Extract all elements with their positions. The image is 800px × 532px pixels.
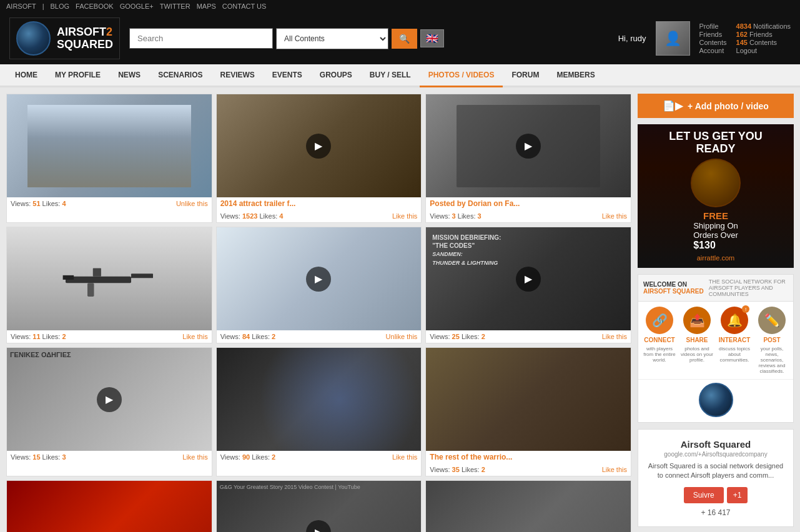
play-button[interactable]: ▶: [516, 267, 541, 292]
photo-thumbnail[interactable]: ▶: [217, 94, 422, 197]
topnav-contact[interactable]: CONTACT US: [222, 2, 267, 10]
play-button[interactable]: ▶: [516, 134, 541, 159]
list-item: KALASHNIKOVenergy drink Views: 65 Likes:…: [6, 480, 212, 532]
like-button[interactable]: Like this: [182, 453, 207, 461]
nav-buysell[interactable]: BUY / SELL: [361, 64, 420, 86]
connect-item-connect: 🔗 CONNECT with players from the entire w…: [643, 307, 677, 374]
friends-link[interactable]: Friends: [699, 31, 727, 38]
post-icon[interactable]: ✏️: [758, 307, 786, 334]
logo-text: AIRSOFT2: [57, 26, 113, 39]
account-link[interactable]: Account: [699, 47, 727, 54]
photo-thumbnail[interactable]: [217, 348, 422, 451]
header: AIRSOFT2 SQUARED All Contents Photos Vid…: [0, 12, 800, 64]
list-item: ▶ Posted by Dorian on Fa... Views: 3 Lik…: [425, 94, 631, 223]
user-area: Hi, rudy 👤 Profile 4834 Notifications Fr…: [618, 21, 791, 56]
play-button[interactable]: ▶: [306, 520, 331, 533]
connect-item-interact: 🔔! INTERACT discuss topics about communi…: [718, 307, 752, 374]
topnav-google[interactable]: GOOGLE+: [120, 2, 154, 10]
photo-thumbnail[interactable]: MISSION DEBRIEFING:"THE CODES"SANDMEN:TH…: [426, 227, 631, 330]
photo-thumbnail[interactable]: ▶: [217, 227, 422, 330]
nav-groups[interactable]: GROUPS: [311, 64, 361, 86]
profile-description: Airsoft Squared is a social network desi…: [648, 461, 784, 481]
nav-myprofile[interactable]: MY PROFILE: [46, 64, 109, 86]
like-button[interactable]: Like this: [602, 212, 627, 220]
unlike-button[interactable]: Unlike this: [176, 200, 208, 207]
photo-stats: Views: 25 Likes: 2 Like this: [426, 330, 631, 343]
interact-label: INTERACT: [719, 337, 751, 343]
add-photo-button[interactable]: 📄▶ + Add photo / video: [638, 94, 794, 118]
followers-count: + 16 417: [648, 508, 784, 517]
topnav-twitter[interactable]: TWITTER: [160, 2, 190, 10]
logout-link[interactable]: Logout: [736, 47, 791, 54]
topnav-airsoft[interactable]: AIRSOFT: [6, 2, 36, 10]
plusone-button[interactable]: +1: [727, 487, 748, 503]
list-item: G&G Your Greatest Story 2015 Video Conte…: [216, 480, 422, 532]
list-item: ▶ 2014 attract trailer f... Views: 1523 …: [216, 94, 422, 223]
photo-title: Posted by Dorian on Fa...: [426, 197, 631, 210]
user-greeting: Hi, rudy: [618, 34, 646, 43]
photo-grid: Views: 51 Likes: 4 Unlike this ▶ 2014 at…: [6, 94, 631, 532]
logo-globe: [16, 21, 51, 56]
nav-home[interactable]: HOME: [6, 64, 46, 86]
search-button[interactable]: 🔍: [392, 29, 417, 49]
content-wrapper: Views: 51 Likes: 4 Unlike this ▶ 2014 at…: [0, 87, 800, 532]
nav-reviews[interactable]: REVIEWS: [211, 64, 263, 86]
google-profile: Airsoft Squared google.com/+Airsoftsquar…: [638, 429, 794, 527]
friends2-link[interactable]: Friends: [749, 31, 773, 38]
photo-thumbnail[interactable]: SHOT SHOW: [426, 481, 631, 532]
photo-title: The rest of the warrio...: [426, 451, 631, 463]
photo-thumbnail[interactable]: G&G Your Greatest Story 2015 Video Conte…: [217, 481, 422, 532]
sidebar: 📄▶ + Add photo / video LET US GET YOU RE…: [638, 94, 794, 532]
language-flag[interactable]: 🇬🇧: [420, 29, 444, 47]
like-button[interactable]: Like this: [602, 466, 627, 473]
unlike-button[interactable]: Unlike this: [386, 333, 418, 340]
like-button[interactable]: Like this: [182, 333, 207, 340]
nav-members[interactable]: MEMBERS: [548, 64, 603, 86]
ad-banner[interactable]: LET US GET YOU READY FREE Shipping On Or…: [638, 124, 794, 268]
contents2-link[interactable]: Contents: [749, 39, 777, 46]
play-button[interactable]: ▶: [306, 267, 331, 292]
photo-thumbnail[interactable]: KALASHNIKOVenergy drink: [7, 481, 212, 532]
search-input[interactable]: [129, 28, 273, 49]
follow-button[interactable]: Suivre: [684, 487, 724, 503]
photo-thumbnail[interactable]: ▶: [426, 94, 631, 197]
photo-stats: Views: 84 Likes: 2 Unlike this: [217, 330, 422, 343]
like-button[interactable]: Like this: [602, 333, 627, 340]
like-button[interactable]: Like this: [392, 453, 417, 461]
photo-thumbnail[interactable]: ΓΕΝΙΚΕΣ ΟΔΗΓΙΕΣ ▶: [7, 348, 212, 451]
content-filter-dropdown[interactable]: All Contents Photos Videos News Members: [276, 28, 388, 49]
topnav-blog[interactable]: BLOG: [51, 2, 70, 10]
nav-forum[interactable]: FORUM: [503, 64, 548, 86]
photo-thumbnail[interactable]: [426, 348, 631, 451]
connect-icon[interactable]: 🔗: [646, 307, 673, 334]
play-button[interactable]: ▶: [97, 387, 122, 412]
nav-photos-videos[interactable]: PHOTOS / VIDEOS: [420, 64, 503, 87]
logo[interactable]: AIRSOFT2 SQUARED: [9, 17, 120, 59]
play-button[interactable]: ▶: [306, 134, 331, 159]
photo-thumbnail[interactable]: [7, 227, 212, 330]
photo-stats: Views: 11 Likes: 2 Like this: [7, 330, 212, 343]
notifications-link[interactable]: Notifications: [753, 22, 791, 30]
photo-thumbnail[interactable]: [7, 94, 212, 197]
share-icon[interactable]: 📤: [683, 307, 711, 334]
like-button[interactable]: Like this: [392, 212, 417, 220]
contents-link[interactable]: Contents: [699, 39, 727, 46]
profile-link[interactable]: Profile: [699, 22, 727, 30]
svg-rect-0: [66, 276, 131, 283]
topnav-maps[interactable]: MAPS: [197, 2, 216, 10]
interact-icon[interactable]: 🔔!: [721, 307, 748, 334]
list-item: SHOT SHOW AirSplat at Shot Show ... View…: [425, 480, 631, 532]
connect-item-post: ✏️ POST your polls, news, scenarios, rev…: [755, 307, 789, 374]
top-nav: AIRSOFT | BLOG FACEBOOK GOOGLE+ TWITTER …: [0, 0, 800, 12]
list-item: ΓΕΝΙΚΕΣ ΟΔΗΓΙΕΣ ▶ Views: 15 Likes: 3 Lik…: [6, 347, 212, 476]
nav-news[interactable]: NEWS: [109, 64, 149, 86]
share-label: SHARE: [686, 337, 708, 343]
svg-rect-2: [93, 268, 101, 276]
avatar: 👤: [656, 21, 690, 56]
nav-scenarios[interactable]: SCENARIOS: [149, 64, 211, 86]
social-label: THE SOCIAL NETWORK FOR AIRSOFT PLAYERS A…: [709, 278, 788, 297]
add-photo-icon: 📄▶: [663, 100, 683, 112]
topnav-facebook[interactable]: FACEBOOK: [76, 2, 114, 10]
ad-mascot: [691, 159, 741, 207]
nav-events[interactable]: EVENTS: [264, 64, 311, 86]
